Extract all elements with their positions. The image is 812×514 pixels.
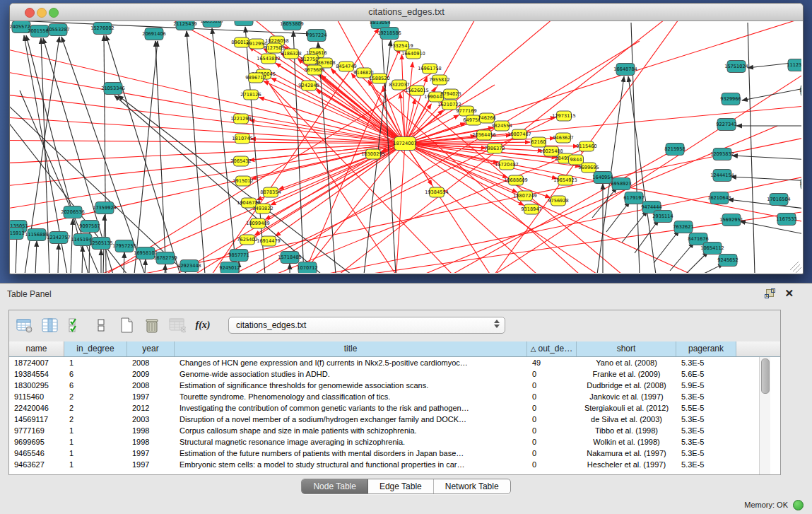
table-row[interactable]: 1872400712008Changes of HCN gene express… xyxy=(9,357,780,368)
network-node-yellow[interactable]: 3824554 xyxy=(491,121,512,131)
table-row[interactable]: 2242004622012Investigating the contribut… xyxy=(9,402,780,414)
cell-in_degree[interactable]: 2 xyxy=(64,402,127,414)
cell-name[interactable]: 9699695 xyxy=(9,436,64,448)
cell-year[interactable]: 2009 xyxy=(127,368,175,380)
cell-year[interactable]: 1997 xyxy=(127,459,175,470)
cell-out_de[interactable]: 0 xyxy=(527,368,577,380)
graph-edge[interactable] xyxy=(495,69,801,273)
network-node-yellow[interactable]: 8186328 xyxy=(281,49,301,59)
new-document-icon[interactable] xyxy=(118,317,135,334)
cell-pagerank[interactable]: 5.5E-5 xyxy=(676,402,736,414)
column-header-in_degree[interactable]: in_degree xyxy=(64,341,127,356)
network-node-yellow[interactable]: 8878354 xyxy=(260,187,281,197)
graph-edge[interactable] xyxy=(622,211,647,243)
delete-trash-icon[interactable] xyxy=(143,317,160,334)
network-node-teal[interactable]: 17016504 xyxy=(767,194,791,206)
resize-grip-icon[interactable] xyxy=(790,262,801,273)
table-row[interactable]: 946554611997Estimation of the future num… xyxy=(9,448,780,459)
function-icon[interactable]: f(x) xyxy=(194,317,211,334)
cell-title[interactable]: Corpus callosum shape and size in male p… xyxy=(175,425,527,436)
network-node-teal[interactable]: 16648784 xyxy=(613,64,637,76)
cell-short[interactable]: Jankovic et al. (1997) xyxy=(577,391,676,402)
network-node-teal[interactable]: 17957253 xyxy=(112,240,136,252)
cell-title[interactable]: Changes of HCN gene expression and I(f) … xyxy=(175,357,527,368)
cell-short[interactable]: Hescheler et al. (1997) xyxy=(577,459,676,470)
network-node-teal[interactable]: 9245012 xyxy=(219,262,240,274)
cell-year[interactable]: 1998 xyxy=(127,425,175,436)
cell-name[interactable]: 18300295 xyxy=(9,380,64,391)
network-node-teal[interactable]: 11156889 xyxy=(25,229,49,241)
network-node-teal[interactable]: 9097587 xyxy=(79,221,100,233)
column-header-name[interactable]: name xyxy=(9,341,64,356)
network-node-teal[interactable]: 17359924 xyxy=(93,202,117,214)
network-node-teal[interactable]: 16053809 xyxy=(280,21,304,30)
cell-year[interactable]: 2008 xyxy=(127,357,175,368)
delete-table-icon[interactable] xyxy=(169,317,186,334)
network-node-teal[interactable]: 12444154 xyxy=(710,170,734,182)
cell-in_degree[interactable]: 1 xyxy=(64,357,127,368)
network-node-yellow[interactable]: 9777169 xyxy=(456,106,476,116)
network-node-teal[interactable]: 9293766 xyxy=(799,85,801,97)
cell-name[interactable]: 22420046 xyxy=(9,402,64,414)
graph-edge[interactable] xyxy=(155,41,166,273)
cell-pagerank[interactable]: 5.3E-5 xyxy=(676,391,736,402)
cell-name[interactable]: 9465546 xyxy=(9,448,64,459)
cell-short[interactable]: Franke et al. (2009) xyxy=(577,368,676,380)
cell-name[interactable]: 9115460 xyxy=(9,391,64,402)
cell-in_degree[interactable]: 6 xyxy=(64,380,127,391)
network-node-yellow[interactable]: 1493822 xyxy=(252,204,273,214)
cell-short[interactable]: Yano et al. (2008) xyxy=(577,357,676,368)
cell-title[interactable]: Estimation of significance thresholds fo… xyxy=(175,380,527,391)
cell-out_de[interactable]: 0 xyxy=(527,425,577,436)
cell-year[interactable]: 2012 xyxy=(127,402,175,414)
graph-edge[interactable] xyxy=(124,252,124,273)
network-node-teal[interactable]: 10553287 xyxy=(46,24,70,36)
network-node-teal[interactable]: 15718485 xyxy=(278,252,302,264)
table-row[interactable]: 977716911998Corpus callosum shape and si… xyxy=(9,425,780,436)
network-node-teal[interactable]: 1112384 xyxy=(787,59,801,71)
network-node-yellow[interactable]: 16914479 xyxy=(257,236,281,246)
column-header-pagerank[interactable]: pagerank xyxy=(676,341,736,356)
cell-out_de[interactable]: 0 xyxy=(527,380,577,391)
network-node-yellow[interactable]: 62160 xyxy=(531,137,546,147)
cell-pagerank[interactable]: 5.3E-5 xyxy=(676,357,736,368)
network-node-yellow[interactable]: 16543882 xyxy=(257,54,281,64)
rows-icon[interactable] xyxy=(93,317,110,334)
cell-in_degree[interactable]: 1 xyxy=(64,448,127,459)
cell-title[interactable]: Estimation of the future numbers of pati… xyxy=(175,448,527,459)
network-node-teal[interactable]: 15276002 xyxy=(90,23,114,35)
network-node-yellow[interactable]: 1588520 xyxy=(369,74,389,83)
cell-out_de[interactable]: 0 xyxy=(527,402,577,414)
cell-pagerank[interactable]: 5.3E-5 xyxy=(676,425,736,436)
graph-edge[interactable] xyxy=(212,28,237,273)
cell-out_de[interactable]: 0 xyxy=(527,459,577,470)
network-node-yellow[interactable]: 2718126 xyxy=(240,90,261,100)
cell-in_degree[interactable]: 1 xyxy=(64,425,127,436)
cell-year[interactable]: 1998 xyxy=(127,436,175,448)
cell-out_de[interactable]: 0 xyxy=(527,414,577,425)
column-select-icon[interactable] xyxy=(42,317,59,334)
network-node-teal[interactable]: 1167533 xyxy=(776,214,796,226)
cell-out_de[interactable]: 49 xyxy=(527,357,577,368)
graph-edge[interactable] xyxy=(684,252,708,273)
network-node-teal[interactable]: 9227343 xyxy=(716,119,736,131)
graph-edge[interactable] xyxy=(145,259,146,273)
table-row[interactable]: 1938455462009Genome-wide association stu… xyxy=(9,368,780,380)
cell-title[interactable]: Disruption of a novel member of a sodium… xyxy=(175,414,527,425)
graph-edge[interactable] xyxy=(165,264,165,273)
cell-short[interactable]: Nakamura et al. (1997) xyxy=(577,448,676,459)
graph-edge[interactable] xyxy=(71,219,73,273)
table-row[interactable]: 946362711997Embryonic stem cells: a mode… xyxy=(9,459,780,470)
network-node-yellow[interactable]: 16961758 xyxy=(418,64,442,74)
table-header-row[interactable]: namein_degreeyeartitle△out_de…shortpager… xyxy=(9,341,780,357)
graph-edge[interactable] xyxy=(10,41,405,144)
graph-edge[interactable] xyxy=(654,230,679,263)
network-node-teal[interactable]: 21053346 xyxy=(101,83,125,95)
scrollbar-thumb[interactable] xyxy=(761,358,770,394)
cell-out_de[interactable]: 0 xyxy=(527,391,577,402)
cell-title[interactable]: Genome-wide association studies in ADHD. xyxy=(175,368,527,380)
tab-node-table[interactable]: Node Table xyxy=(302,479,368,493)
table-row[interactable]: 969969511998Structural magnetic resonanc… xyxy=(9,436,780,448)
graph-edge[interactable] xyxy=(452,151,671,273)
network-node-teal[interactable]: 1244415 xyxy=(799,178,801,190)
